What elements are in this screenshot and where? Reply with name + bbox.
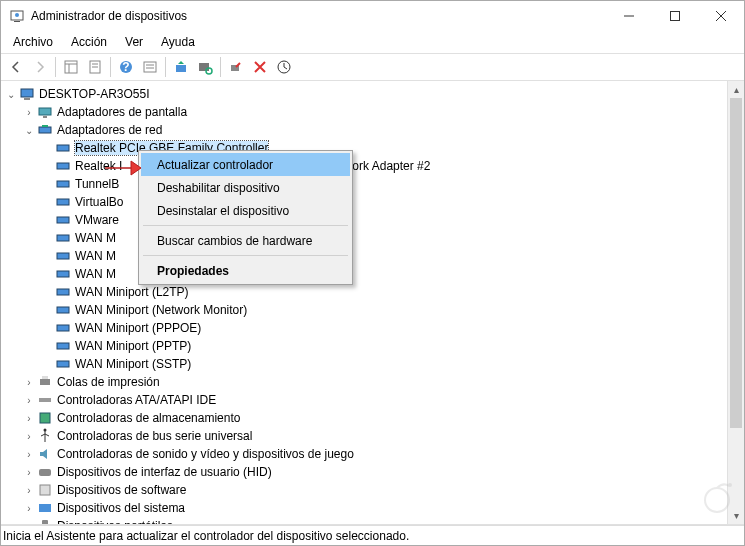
scan-changes-button[interactable] <box>273 56 295 78</box>
ctx-properties[interactable]: Propiedades <box>141 259 350 282</box>
svg-point-54 <box>728 483 732 487</box>
tree-category-usb[interactable]: ›Controladoras de bus serie universal <box>1 427 727 445</box>
svg-rect-39 <box>57 325 69 331</box>
expander-closed-icon[interactable]: › <box>23 466 35 478</box>
help-button[interactable]: ? <box>115 56 137 78</box>
portable-icon <box>37 518 53 524</box>
svg-rect-45 <box>40 413 50 423</box>
network-device-icon <box>55 248 71 264</box>
list-button[interactable] <box>139 56 161 78</box>
back-button[interactable] <box>5 56 27 78</box>
titlebar[interactable]: Administrador de dispositivos <box>1 1 744 31</box>
tree-category-sound[interactable]: ›Controladoras de sonido y vídeo y dispo… <box>1 445 727 463</box>
content-area: ⌄ DESKTOP-AR3O55I › Adaptadores de panta… <box>1 81 744 525</box>
node-label: WAN Miniport (L2TP) <box>75 285 189 299</box>
expander-closed-icon[interactable]: › <box>23 430 35 442</box>
tree-category-display[interactable]: › Adaptadores de pantalla <box>1 103 727 121</box>
watermark-icon <box>695 476 739 520</box>
expander-closed-icon[interactable]: › <box>23 502 35 514</box>
svg-rect-23 <box>21 89 33 97</box>
network-device-icon <box>55 356 71 372</box>
tree-device-wan1[interactable]: WAN M <box>1 229 727 247</box>
tree-category-ata[interactable]: ›Controladoras ATA/ATAPI IDE <box>1 391 727 409</box>
network-device-icon <box>55 176 71 192</box>
app-icon <box>9 8 25 24</box>
tree-category-print[interactable]: ›Colas de impresión <box>1 373 727 391</box>
menu-file[interactable]: Archivo <box>5 33 61 51</box>
tree-category-hid[interactable]: ›Dispositivos de interfaz de usuario (HI… <box>1 463 727 481</box>
close-button[interactable] <box>698 1 744 31</box>
node-label: VirtualBo <box>75 195 123 209</box>
tree-device-wan2[interactable]: WAN M <box>1 247 727 265</box>
menu-view[interactable]: Ver <box>117 33 151 51</box>
svg-rect-19 <box>199 63 209 71</box>
tree-root[interactable]: ⌄ DESKTOP-AR3O55I <box>1 85 727 103</box>
svg-rect-18 <box>176 65 186 72</box>
svg-rect-31 <box>57 181 69 187</box>
show-hide-tree-button[interactable] <box>60 56 82 78</box>
toolbar: ? <box>1 53 744 81</box>
node-label: WAN Miniport (SSTP) <box>75 357 191 371</box>
software-icon <box>37 482 53 498</box>
tree-device-realtek-gbe[interactable]: Realtek PCIe GBE Family Controller <box>1 139 727 157</box>
separator <box>220 57 221 77</box>
uninstall-button[interactable] <box>249 56 271 78</box>
tree-device-wan-pptp[interactable]: WAN Miniport (PPTP) <box>1 337 727 355</box>
tree-category-software[interactable]: ›Dispositivos de software <box>1 481 727 499</box>
svg-rect-47 <box>39 469 51 476</box>
ctx-update-driver[interactable]: Actualizar controlador <box>141 153 350 176</box>
ctx-scan-hardware[interactable]: Buscar cambios de hardware <box>141 229 350 252</box>
update-driver-button[interactable] <box>170 56 192 78</box>
svg-rect-50 <box>42 520 48 524</box>
svg-point-46 <box>44 429 47 432</box>
tree-category-storage[interactable]: ›Controladoras de almacenamiento <box>1 409 727 427</box>
expander-closed-icon[interactable]: › <box>23 412 35 424</box>
expander-closed-icon[interactable]: › <box>23 394 35 406</box>
scan-hardware-button[interactable] <box>194 56 216 78</box>
ide-icon <box>37 392 53 408</box>
tree-device-wan-pppoe[interactable]: WAN Miniport (PPPOE) <box>1 319 727 337</box>
tree-device-wan3[interactable]: WAN M <box>1 265 727 283</box>
tree-device-wan-netmon[interactable]: WAN Miniport (Network Monitor) <box>1 301 727 319</box>
maximize-button[interactable] <box>652 1 698 31</box>
network-device-icon <box>55 338 71 354</box>
expander-closed-icon[interactable]: › <box>23 376 35 388</box>
svg-rect-43 <box>42 376 48 379</box>
node-label: Dispositivos del sistema <box>57 501 185 515</box>
properties-button[interactable] <box>84 56 106 78</box>
forward-button[interactable] <box>29 56 51 78</box>
tree-category-network[interactable]: ⌄ Adaptadores de red <box>1 121 727 139</box>
svg-rect-35 <box>57 253 69 259</box>
tree-device-wan-sstp[interactable]: WAN Miniport (SSTP) <box>1 355 727 373</box>
node-label: WAN M <box>75 231 116 245</box>
ctx-disable[interactable]: Deshabilitar dispositivo <box>141 176 350 199</box>
disable-button[interactable] <box>225 56 247 78</box>
tree-category-system[interactable]: ›Dispositivos del sistema <box>1 499 727 517</box>
expander-closed-icon[interactable]: › <box>23 520 35 524</box>
separator <box>110 57 111 77</box>
svg-rect-1 <box>14 21 20 22</box>
svg-rect-34 <box>57 235 69 241</box>
scroll-up-icon[interactable]: ▴ <box>728 81 744 98</box>
tree-device-vmware[interactable]: VMware <box>1 211 727 229</box>
expander-closed-icon[interactable]: › <box>23 484 35 496</box>
scrollbar-thumb[interactable] <box>730 98 742 428</box>
device-manager-window: Administrador de dispositivos Archivo Ac… <box>0 0 745 546</box>
tree-device-virtualbox[interactable]: VirtualBo <box>1 193 727 211</box>
expander-closed-icon[interactable]: › <box>23 448 35 460</box>
svg-rect-36 <box>57 271 69 277</box>
svg-rect-32 <box>57 199 69 205</box>
expander-closed-icon[interactable]: › <box>23 106 35 118</box>
tree-category-portable[interactable]: ›Dispositivos portátiles <box>1 517 727 524</box>
minimize-button[interactable] <box>606 1 652 31</box>
ctx-uninstall[interactable]: Desinstalar el dispositivo <box>141 199 350 222</box>
device-tree[interactable]: ⌄ DESKTOP-AR3O55I › Adaptadores de panta… <box>1 81 727 524</box>
svg-rect-4 <box>671 12 680 21</box>
menu-help[interactable]: Ayuda <box>153 33 203 51</box>
scrollbar[interactable]: ▴ ▾ <box>727 81 744 524</box>
expander-open-icon[interactable]: ⌄ <box>23 124 35 136</box>
expander-open-icon[interactable]: ⌄ <box>5 88 17 100</box>
tree-device-wan-l2tp[interactable]: WAN Miniport (L2TP) <box>1 283 727 301</box>
node-label-suffix: ork Adapter #2 <box>352 159 430 173</box>
menu-action[interactable]: Acción <box>63 33 115 51</box>
